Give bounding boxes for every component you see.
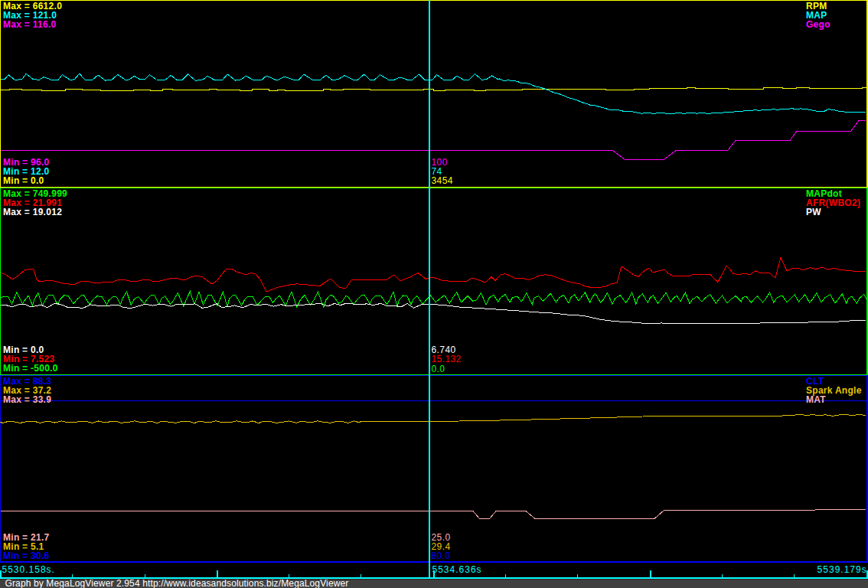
svg-text:MAT: MAT xyxy=(806,394,826,405)
svg-text:Max = 33.9: Max = 33.9 xyxy=(3,394,51,405)
svg-text:3454: 3454 xyxy=(432,175,453,186)
svg-text:Graph by MegaLogViewer 2.954 h: Graph by MegaLogViewer 2.954 http://www.… xyxy=(5,578,349,588)
svg-text:5530.158s.: 5530.158s. xyxy=(2,564,55,575)
svg-text:Min = -500.0: Min = -500.0 xyxy=(3,363,58,374)
svg-text:Min = 30.6: Min = 30.6 xyxy=(3,550,50,561)
svg-text:PW: PW xyxy=(806,207,821,217)
svg-text:Max = 19.012: Max = 19.012 xyxy=(3,207,62,217)
svg-text:5539.179s.: 5539.179s. xyxy=(817,564,868,575)
svg-text:0.0: 0.0 xyxy=(432,364,445,374)
svg-text:Gego: Gego xyxy=(806,19,830,30)
svg-text:80.0: 80.0 xyxy=(432,550,451,561)
svg-text:Min = 0.0: Min = 0.0 xyxy=(3,175,44,186)
svg-text:5534.636s: 5534.636s xyxy=(432,564,482,575)
svg-text:Max = 116.0: Max = 116.0 xyxy=(3,19,57,30)
